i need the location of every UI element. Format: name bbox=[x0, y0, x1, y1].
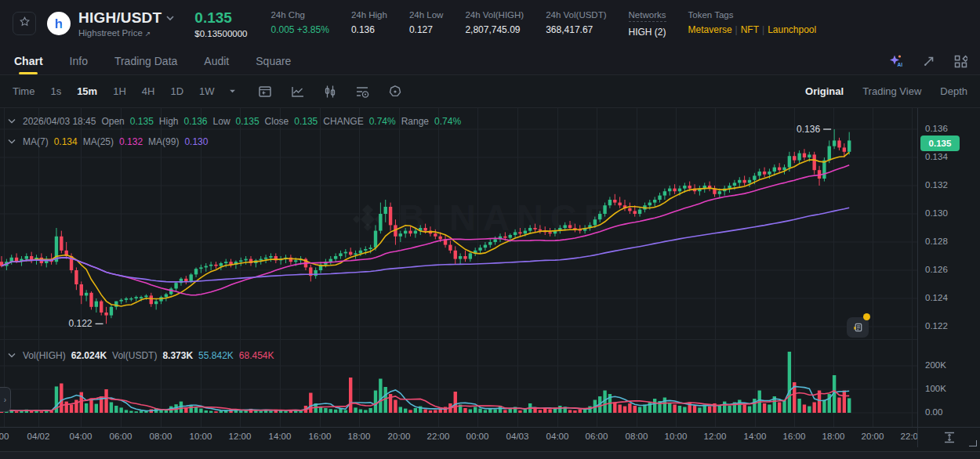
stat-label: 24h Chg bbox=[270, 10, 328, 20]
grid-layout-button[interactable] bbox=[954, 55, 967, 68]
stat-label: 24h High bbox=[351, 10, 387, 20]
time-tick: 06:00 bbox=[110, 432, 132, 441]
price-tick: 0.124 bbox=[925, 293, 948, 302]
volume-tick: 200K bbox=[925, 360, 946, 370]
indicators-button[interactable] bbox=[355, 85, 369, 99]
interval-1H[interactable]: 1H bbox=[113, 85, 126, 97]
time-tick: 22:00 bbox=[427, 432, 450, 441]
tab-trading-data[interactable]: Trading Data bbox=[114, 47, 177, 74]
time-tick: 18:00 bbox=[822, 432, 845, 441]
candlestick-button[interactable] bbox=[324, 85, 336, 99]
panel-expander-button[interactable]: › bbox=[0, 387, 11, 412]
vol-value: 8.373K bbox=[162, 350, 193, 361]
collapse-ohlc-button[interactable] bbox=[8, 118, 16, 125]
interval-1W[interactable]: 1W bbox=[199, 85, 215, 97]
stat-value: 0.005 +3.85% bbox=[270, 24, 328, 35]
ma-value: 0.134 bbox=[54, 136, 78, 147]
fit-scale-icon bbox=[943, 432, 956, 443]
coin-name-link[interactable]: Highstreet Price↗ bbox=[78, 28, 174, 38]
legend-value: 0.74% bbox=[369, 116, 396, 127]
ma-value: 0.130 bbox=[184, 136, 208, 147]
gear-icon bbox=[388, 85, 402, 99]
header-stat: 24h Low0.127 bbox=[409, 10, 443, 38]
megaphone-icon bbox=[852, 322, 864, 333]
tab-chart[interactable]: Chart bbox=[14, 47, 43, 74]
interval-1s[interactable]: 1s bbox=[50, 85, 61, 97]
chart-settings-button[interactable] bbox=[388, 85, 402, 99]
chevron-down-icon bbox=[8, 352, 16, 359]
time-tick: 16:00 bbox=[783, 432, 806, 441]
volume-values: Vol(HIGH)62.024KVol(USDT)8.373K55.842K68… bbox=[23, 350, 274, 361]
symbol-block: HIGH/USDT Highstreet Price↗ bbox=[78, 9, 174, 38]
interval-1D[interactable]: 1D bbox=[170, 85, 183, 97]
stat-label: 24h Low bbox=[409, 10, 443, 20]
more-intervals-button[interactable] bbox=[229, 89, 236, 94]
legend-value: 0.74% bbox=[434, 116, 461, 127]
time-tick: 14:00 bbox=[269, 432, 292, 441]
time-tick: 08:00 bbox=[150, 432, 172, 441]
ma-label: MA(25) bbox=[83, 136, 114, 147]
resize-corner-mark[interactable] bbox=[969, 440, 977, 446]
view-original[interactable]: Original bbox=[805, 85, 844, 97]
ma-label: MA(99) bbox=[148, 136, 179, 147]
calendar-restore-icon bbox=[258, 85, 272, 99]
time-tick: 16:00 bbox=[309, 432, 332, 441]
tag-separator: | bbox=[762, 24, 764, 35]
view-trading-view[interactable]: Trading View bbox=[862, 85, 921, 97]
interval-15m[interactable]: 15m bbox=[77, 85, 97, 97]
star-icon bbox=[19, 16, 31, 27]
legend-label: High bbox=[159, 116, 179, 127]
collapse-volume-button[interactable] bbox=[8, 352, 16, 359]
legend-value: 0.135 bbox=[294, 116, 318, 127]
vol-ma-value: 55.842K bbox=[198, 350, 234, 361]
favorite-button[interactable] bbox=[13, 12, 36, 35]
expand-button[interactable] bbox=[923, 55, 935, 67]
ai-assistant-button[interactable]: AI bbox=[888, 54, 904, 68]
header-stats: 24h Chg0.005 +3.85%24h High0.13624h Low0… bbox=[270, 10, 816, 38]
price-axis[interactable]: 0.1360.1340.1320.1300.1280.1260.1240.122… bbox=[917, 108, 980, 443]
stat-value: 368,417.67 bbox=[546, 24, 606, 35]
time-tick: 04/02 bbox=[27, 432, 50, 441]
time-axis[interactable]: 0004/0204:0006:0008:0010:0012:0014:0016:… bbox=[0, 427, 917, 447]
coin-name: Highstreet Price bbox=[78, 28, 143, 38]
collapse-ma-button[interactable] bbox=[8, 139, 16, 145]
interval-4H[interactable]: 4H bbox=[142, 85, 155, 97]
tab-square[interactable]: Square bbox=[256, 47, 291, 74]
price-tick: 0.134 bbox=[925, 152, 948, 161]
line-chart-button[interactable] bbox=[291, 85, 305, 99]
time-tick: 04:00 bbox=[70, 432, 93, 441]
trading-page: h HIGH/USDT Highstreet Price↗ 0.135 $0.1… bbox=[0, 0, 980, 459]
indicators-icon bbox=[355, 85, 369, 99]
view-depth[interactable]: Depth bbox=[940, 85, 967, 97]
header-stat: 24h Vol(HIGH)2,807,745.09 bbox=[465, 10, 524, 38]
bottom-panel-edge bbox=[0, 451, 980, 459]
auto-fit-button[interactable] bbox=[943, 432, 956, 443]
stat-value: 0.127 bbox=[409, 24, 443, 35]
time-tick: 12:00 bbox=[704, 432, 727, 441]
time-tick: 18:00 bbox=[348, 432, 371, 441]
token-tag-link[interactable]: Launchpool bbox=[768, 24, 816, 35]
chart-canvas[interactable]: 0.1360.122 bbox=[0, 108, 917, 443]
tabbar-icons: AI bbox=[888, 47, 967, 75]
last-price: 0.135 bbox=[194, 9, 247, 27]
stat-label[interactable]: Networks bbox=[629, 10, 666, 22]
time-tick: 12:00 bbox=[229, 432, 252, 441]
header: h HIGH/USDT Highstreet Price↗ 0.135 $0.1… bbox=[0, 0, 980, 47]
token-tag-link[interactable]: NFT bbox=[741, 24, 759, 35]
header-stat: 24h High0.136 bbox=[351, 10, 387, 38]
tabs: ChartInfoTrading DataAuditSquare bbox=[14, 47, 291, 74]
restore-chart-button[interactable] bbox=[258, 85, 272, 99]
time-tick: 06:00 bbox=[586, 432, 608, 441]
coin-logo: h bbox=[47, 12, 71, 35]
legend-value: 0.135 bbox=[130, 116, 154, 127]
chart-toolbar: Time 1s15m1H4H1D1W bbox=[0, 75, 980, 108]
time-tick: 20:00 bbox=[862, 432, 884, 441]
symbol-dropdown[interactable]: HIGH/USDT bbox=[78, 9, 174, 27]
volume-legend: Vol(HIGH)62.024KVol(USDT)8.373K55.842K68… bbox=[8, 350, 274, 361]
tab-info[interactable]: Info bbox=[70, 47, 88, 74]
token-tag-link[interactable]: Metaverse bbox=[688, 24, 732, 35]
header-stat: NetworksHIGH (2) bbox=[629, 10, 666, 38]
stat-value: Metaverse|NFT|Launchpool bbox=[688, 24, 817, 35]
tab-audit[interactable]: Audit bbox=[204, 47, 229, 74]
tag-separator: | bbox=[735, 24, 738, 35]
